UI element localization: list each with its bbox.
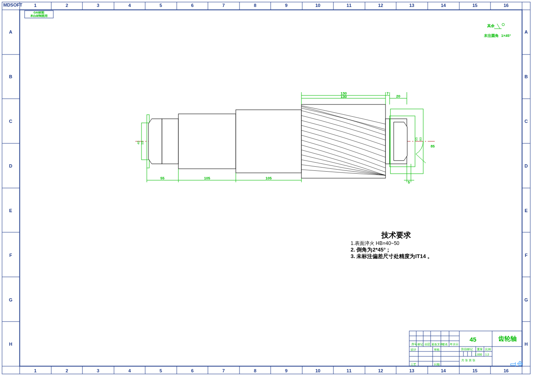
svg-text:E: E xyxy=(525,208,527,213)
svg-text:16: 16 xyxy=(504,3,509,8)
sheet-annotation: 其余 未注圆角 1×45° xyxy=(484,23,511,38)
svg-text:12: 12 xyxy=(378,368,383,373)
svg-text:4: 4 xyxy=(128,3,131,8)
svg-text:4: 4 xyxy=(128,368,131,373)
svg-text:1: 1 xyxy=(34,3,36,8)
svg-text:7: 7 xyxy=(222,3,225,8)
svg-text:8: 8 xyxy=(254,3,256,8)
svg-text:14: 14 xyxy=(441,3,446,8)
svg-text:年月日: 年月日 xyxy=(450,343,458,346)
svg-text:分区: 分区 xyxy=(424,343,430,346)
svg-text:8: 8 xyxy=(254,368,256,373)
svg-text:15: 15 xyxy=(472,368,477,373)
svg-point-104 xyxy=(502,23,504,26)
svg-text:6: 6 xyxy=(191,368,194,373)
svg-rect-113 xyxy=(236,110,301,173)
shaft-drawing: 130 130 7 20 55 105 105 5 85 40 55 55 60 xyxy=(135,91,435,184)
svg-text:7: 7 xyxy=(222,368,225,373)
svg-text:标记: 标记 xyxy=(417,343,423,346)
svg-text:G: G xyxy=(9,297,13,302)
col-labels: 1 2 3 4 5 6 7 8 9 10 11 12 13 14 15 16 1… xyxy=(34,3,509,373)
svg-text:H: H xyxy=(525,342,528,347)
svg-text:签名: 签名 xyxy=(442,343,448,346)
svg-text:105: 105 xyxy=(204,176,210,180)
svg-rect-112 xyxy=(178,114,236,169)
svg-text:6: 6 xyxy=(191,3,194,8)
svg-text:85: 85 xyxy=(431,144,435,148)
svg-text:工艺: 工艺 xyxy=(411,363,416,366)
svg-text:40: 40 xyxy=(137,140,140,144)
svg-text:60: 60 xyxy=(419,137,422,141)
svg-text:未注圆角: 未注圆角 xyxy=(484,34,499,38)
svg-text:更改文件: 更改文件 xyxy=(431,343,443,346)
svg-rect-114 xyxy=(301,104,385,178)
svg-text:1×45°: 1×45° xyxy=(501,34,511,38)
svg-text:GAI材图: GAI材图 xyxy=(34,11,44,14)
svg-text:1:2: 1:2 xyxy=(485,353,489,356)
svg-text:3: 3 xyxy=(97,3,99,8)
svg-text:5: 5 xyxy=(160,3,162,8)
outer-border xyxy=(2,2,530,374)
svg-text:B: B xyxy=(525,74,528,79)
svg-text:A: A xyxy=(9,29,12,34)
svg-text:共  张  第  张: 共 张 第 张 xyxy=(461,359,475,362)
svg-text:2. 倒角为2*45°；: 2. 倒角为2*45°； xyxy=(351,247,391,253)
svg-text:13: 13 xyxy=(409,368,414,373)
svg-text:13: 13 xyxy=(409,3,414,8)
svg-text:D: D xyxy=(525,163,528,168)
svg-text:10: 10 xyxy=(315,3,320,8)
svg-text:1.000: 1.000 xyxy=(475,353,482,356)
svg-text:9: 9 xyxy=(285,368,287,373)
col-ticks xyxy=(20,2,522,374)
svg-text:F: F xyxy=(9,253,12,258)
svg-text:D: D xyxy=(9,163,12,168)
svg-text:重量: 重量 xyxy=(477,348,483,351)
svg-rect-111 xyxy=(162,119,178,164)
tech-requirements: 技术要求 1.表面淬火 HB=40~50 2. 倒角为2*45°； 3. 未标注… xyxy=(351,231,433,259)
svg-line-120 xyxy=(416,154,426,163)
svg-text:20: 20 xyxy=(396,94,400,98)
svg-text:5: 5 xyxy=(160,368,162,373)
corner-note: GAI材图 本白材制图用 xyxy=(25,11,53,18)
svg-text:比例: 比例 xyxy=(485,348,491,351)
svg-text:7: 7 xyxy=(386,91,388,95)
svg-text:10: 10 xyxy=(315,368,320,373)
svg-marker-110 xyxy=(148,119,162,164)
svg-text:F: F xyxy=(525,253,528,258)
svg-text:11: 11 xyxy=(347,3,351,8)
svg-text:设计: 设计 xyxy=(411,348,416,351)
svg-text:14: 14 xyxy=(441,368,446,373)
title-block: 45 齿轮轴 序号 标记 分区 更改文件 签名 年月日 设计 审核 工艺 日期 … xyxy=(409,331,522,366)
inner-border-heavy xyxy=(20,10,522,366)
svg-text:E: E xyxy=(9,208,12,213)
svg-text:2: 2 xyxy=(66,368,68,373)
app-label: MDSOFT xyxy=(3,2,23,7)
svg-text:16: 16 xyxy=(504,368,509,373)
svg-text:C: C xyxy=(9,119,12,124)
svg-text:A: A xyxy=(525,29,528,34)
svg-text:45: 45 xyxy=(470,336,477,343)
svg-text:5: 5 xyxy=(408,180,410,184)
svg-text:55: 55 xyxy=(160,176,164,180)
svg-text:9: 9 xyxy=(285,3,287,8)
svg-text:序号: 序号 xyxy=(411,343,417,346)
svg-text:审核: 审核 xyxy=(434,348,440,351)
svg-text:H: H xyxy=(9,342,12,347)
svg-text:3: 3 xyxy=(97,368,99,373)
svg-text:1: 1 xyxy=(34,368,36,373)
svg-text:1.表面淬火 HB=40~50: 1.表面淬火 HB=40~50 xyxy=(351,240,399,246)
svg-text:技术要求: 技术要求 xyxy=(381,231,411,239)
svg-text:其余: 其余 xyxy=(487,24,495,28)
row-labels: A B C D E F G H A B C D E F G H xyxy=(9,29,528,347)
svg-text:阶段标记: 阶段标记 xyxy=(461,348,473,351)
svg-rect-115 xyxy=(385,119,390,164)
svg-marker-117 xyxy=(394,122,407,161)
svg-text:55: 55 xyxy=(415,137,418,141)
svg-text:3. 未标注偏差尺寸处精度为IT14 。: 3. 未标注偏差尺寸处精度为IT14 。 xyxy=(351,253,433,259)
inner-border xyxy=(20,10,522,366)
svg-text:12: 12 xyxy=(378,3,383,8)
svg-text:C: C xyxy=(525,119,528,124)
svg-text:55: 55 xyxy=(141,140,144,144)
svg-text:2: 2 xyxy=(66,3,68,8)
svg-text:本白材制图用: 本白材制图用 xyxy=(30,14,48,18)
